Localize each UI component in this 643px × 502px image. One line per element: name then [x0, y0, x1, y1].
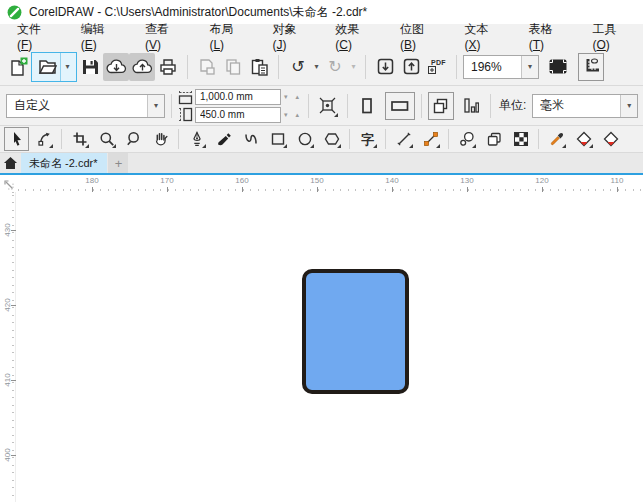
- h-ruler-label: 130: [460, 176, 473, 185]
- line-icon: [396, 131, 412, 147]
- window-title: CorelDRAW - C:\Users\Administrator\Docum…: [29, 4, 367, 21]
- menu-L[interactable]: 布局(L): [200, 21, 251, 52]
- menu-V[interactable]: 查看(V): [136, 21, 188, 52]
- undo-button[interactable]: ↺: [285, 53, 311, 81]
- line-tool[interactable]: [391, 127, 416, 151]
- cloud-upload-button[interactable]: [129, 53, 155, 81]
- smart-fill-tool[interactable]: [598, 127, 623, 151]
- menu-F[interactable]: 文件(F): [8, 21, 60, 52]
- drawn-rectangle[interactable]: [302, 269, 409, 394]
- polygon-tool[interactable]: [319, 127, 344, 151]
- redo-dropdown-button[interactable]: ▾: [348, 53, 359, 81]
- divider: [61, 129, 62, 149]
- vertical-ruler[interactable]: 430420410400: [0, 192, 16, 502]
- ellipse-tool[interactable]: [292, 127, 317, 151]
- fill-diamond-icon: [603, 131, 619, 147]
- full-screen-preview-button[interactable]: [545, 53, 571, 81]
- new-document-button[interactable]: [5, 53, 31, 81]
- toggle-rulers-button[interactable]: [578, 53, 604, 81]
- pick-arrow-icon: [9, 131, 25, 147]
- pen-tool[interactable]: [184, 127, 209, 151]
- hand-icon: [152, 131, 169, 147]
- menu-C[interactable]: 效果(C): [326, 21, 379, 52]
- paintbrush-tool[interactable]: [211, 127, 236, 151]
- zoom-to-selected-button[interactable]: [315, 92, 341, 120]
- checkerboard-icon: [513, 131, 529, 147]
- menu-bar: 文件(F)编辑(E)查看(V)布局(L)对象(J)效果(C)位图(B)文本(X)…: [0, 24, 643, 48]
- import-button[interactable]: [372, 53, 398, 81]
- paste-button[interactable]: [246, 53, 272, 81]
- units-combo[interactable]: 毫米 ▾: [532, 94, 638, 118]
- redo-icon: ↻: [328, 59, 341, 75]
- text-tool[interactable]: 字: [355, 127, 380, 151]
- divider: [308, 94, 309, 118]
- cut-icon: [198, 58, 216, 76]
- document-tab-active[interactable]: 未命名 -2.cdr*: [21, 153, 107, 173]
- export-button[interactable]: [398, 53, 424, 81]
- undo-dropdown-button[interactable]: ▾: [311, 53, 322, 81]
- menu-O[interactable]: 工具(O): [584, 21, 637, 52]
- save-button[interactable]: [77, 53, 103, 81]
- drop-shadow-tool[interactable]: [481, 127, 506, 151]
- zoom-tool[interactable]: [94, 127, 119, 151]
- transparency-tool[interactable]: [508, 127, 533, 151]
- divider: [278, 55, 279, 79]
- page-height-icon: [178, 107, 193, 122]
- zoom-level-dropdown[interactable]: ▾: [521, 56, 538, 78]
- set-size-current-page-button[interactable]: [458, 92, 484, 120]
- b-spline-tool[interactable]: [238, 127, 263, 151]
- crop-tool[interactable]: [67, 127, 92, 151]
- connector-tool[interactable]: [418, 127, 443, 151]
- caret-down-icon: ▾: [65, 63, 69, 71]
- redo-button[interactable]: ↻: [322, 53, 348, 81]
- page-height-spinner[interactable]: ▾ ▴: [284, 111, 302, 119]
- menu-T[interactable]: 表格(T): [520, 21, 572, 52]
- cut-button[interactable]: [194, 53, 220, 81]
- landscape-button[interactable]: [385, 92, 415, 120]
- zoom-tool-secondary[interactable]: [121, 127, 146, 151]
- color-eyedropper-tool[interactable]: [544, 127, 569, 151]
- divider: [538, 129, 539, 149]
- cloud-upload-icon: [132, 58, 153, 75]
- pan-tool[interactable]: [148, 127, 173, 151]
- page-width-field[interactable]: [195, 89, 281, 105]
- divider: [365, 55, 366, 79]
- interactive-fill-tool[interactable]: [571, 127, 596, 151]
- h-ruler-label: 110: [611, 176, 624, 185]
- ruler-origin-button[interactable]: [0, 175, 16, 192]
- open-dropdown-button[interactable]: ▾: [60, 53, 74, 81]
- document-canvas[interactable]: [16, 192, 643, 502]
- export-icon: [402, 57, 421, 76]
- menu-B[interactable]: 位图(B): [391, 21, 443, 52]
- units-dropdown[interactable]: ▾: [620, 95, 637, 117]
- divider: [456, 55, 457, 79]
- portrait-button[interactable]: [354, 92, 380, 120]
- horizontal-ruler[interactable]: 180170160150140130120110: [0, 175, 643, 192]
- menu-X[interactable]: 文本(X): [455, 21, 507, 52]
- open-button[interactable]: [34, 54, 60, 80]
- ruler-origin-icon: [2, 178, 14, 190]
- toolbox: 字: [0, 126, 643, 153]
- page-width-spinner[interactable]: ▾ ▴: [284, 93, 302, 101]
- units-label: 单位:: [499, 97, 526, 114]
- publish-pdf-icon: PDF: [428, 59, 446, 74]
- menu-J[interactable]: 对象(J): [264, 21, 315, 52]
- pick-tool[interactable]: [4, 127, 29, 151]
- page-height-field[interactable]: [195, 107, 281, 123]
- menu-E[interactable]: 编辑(E): [72, 21, 124, 52]
- open-button-group: ▾: [31, 52, 77, 82]
- set-size-all-pages-button[interactable]: [428, 92, 454, 120]
- print-button[interactable]: [155, 53, 181, 81]
- welcome-home-tab[interactable]: [0, 153, 21, 173]
- publish-pdf-button[interactable]: PDF: [424, 53, 450, 81]
- cloud-download-button[interactable]: [103, 53, 129, 81]
- zoom-level-combo[interactable]: 196% ▾: [463, 55, 539, 79]
- page-size-preset-combo[interactable]: 自定义 ▾: [6, 94, 165, 118]
- copy-button[interactable]: [220, 53, 246, 81]
- rectangle-tool[interactable]: [265, 127, 290, 151]
- callout-tool[interactable]: [454, 127, 479, 151]
- new-tab-button[interactable]: +: [108, 153, 128, 173]
- page-size-preset-dropdown[interactable]: ▾: [147, 95, 164, 117]
- shape-tool[interactable]: [31, 127, 56, 151]
- crop-icon: [72, 131, 88, 147]
